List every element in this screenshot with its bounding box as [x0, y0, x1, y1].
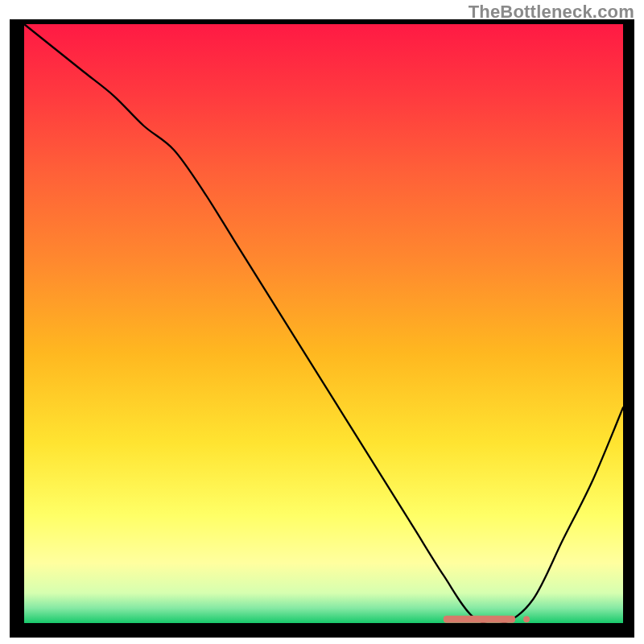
chart-svg [0, 0, 644, 644]
optimal-marker-dot [523, 616, 530, 622]
optimal-marker [444, 616, 515, 623]
plot-background [24, 24, 623, 623]
bottleneck-chart: TheBottleneck.com [0, 0, 644, 644]
watermark-text: TheBottleneck.com [469, 2, 634, 23]
